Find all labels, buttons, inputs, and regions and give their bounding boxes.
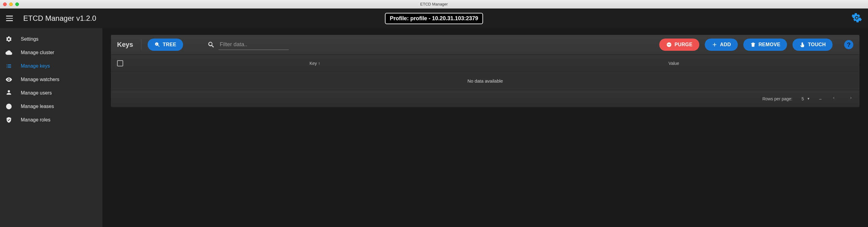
- keys-toolbar: Keys TREE PURGE ADD: [111, 35, 860, 54]
- column-key-label: Key: [310, 61, 317, 66]
- sidebar-item-manage-leases[interactable]: Manage leases: [0, 100, 102, 113]
- sidebar: Settings Manage cluster Manage keys Mana…: [0, 28, 102, 227]
- minus-circle-icon: [666, 41, 672, 48]
- touch-button[interactable]: TOUCH: [793, 38, 833, 51]
- sidebar-item-manage-keys[interactable]: Manage keys: [0, 59, 102, 73]
- traffic-lights: [3, 2, 19, 6]
- table-empty-state: No data available: [111, 72, 860, 90]
- plus-icon: [712, 41, 718, 48]
- header-settings-gear-icon[interactable]: [851, 12, 862, 24]
- app-title: ETCD Manager v1.2.0: [23, 14, 96, 23]
- sidebar-item-label: Manage roles: [21, 117, 51, 123]
- sidebar-item-manage-watchers[interactable]: Manage watchers: [0, 73, 102, 86]
- sidebar-item-label: Manage watchers: [21, 77, 59, 82]
- main-content: Keys TREE PURGE ADD: [102, 28, 868, 227]
- user-icon: [5, 90, 12, 96]
- app-header: ETCD Manager v1.2.0 Profile: profile - 1…: [0, 8, 868, 28]
- sidebar-item-label: Manage leases: [21, 104, 54, 109]
- chevron-right-icon: [849, 95, 853, 101]
- svg-rect-3: [668, 45, 670, 45]
- empty-text: No data available: [468, 78, 503, 84]
- settings-gear-icon: [5, 36, 12, 42]
- column-header-value[interactable]: Value: [495, 61, 854, 66]
- column-header-key[interactable]: Key ↑: [135, 61, 495, 66]
- sidebar-item-label: Manage keys: [21, 63, 50, 69]
- prev-page-button[interactable]: [831, 94, 837, 104]
- sidebar-item-manage-roles[interactable]: Manage roles: [0, 113, 102, 127]
- sidebar-item-label: Manage cluster: [21, 50, 54, 55]
- window-close-button[interactable]: [3, 2, 7, 6]
- trash-icon: [750, 41, 756, 48]
- section-title: Keys: [117, 41, 133, 49]
- table-header-row: Key ↑ Value: [111, 54, 860, 72]
- purge-button[interactable]: PURGE: [659, 38, 699, 51]
- sidebar-item-label: Manage users: [21, 90, 52, 96]
- window-minimize-button[interactable]: [9, 2, 13, 6]
- cloud-icon: [5, 49, 12, 56]
- remove-button-label: REMOVE: [758, 42, 781, 48]
- window-title: ETCD Manager: [0, 2, 868, 6]
- rows-per-page-label: Rows per page:: [762, 96, 792, 101]
- caret-down-icon: ▼: [807, 97, 810, 100]
- rows-per-page-value: 5: [802, 96, 804, 101]
- select-all-checkbox[interactable]: [117, 60, 123, 66]
- next-page-button[interactable]: [848, 94, 854, 104]
- table-footer: Rows per page: 5 ▼ –: [111, 90, 860, 107]
- sidebar-item-settings[interactable]: Settings: [0, 32, 102, 46]
- help-icon: ?: [847, 41, 850, 48]
- column-value-label: Value: [669, 61, 679, 66]
- window-titlebar: ETCD Manager: [0, 0, 868, 8]
- rows-per-page-select[interactable]: 5 ▼: [802, 96, 810, 101]
- pagination-nav: [831, 94, 854, 104]
- list-icon: [5, 63, 12, 69]
- sidebar-item-manage-cluster[interactable]: Manage cluster: [0, 46, 102, 59]
- window-maximize-button[interactable]: [15, 2, 19, 6]
- sidebar-item-manage-users[interactable]: Manage users: [0, 86, 102, 100]
- chevron-left-icon: [832, 95, 836, 101]
- purge-button-label: PURGE: [675, 42, 692, 48]
- menu-hamburger-icon[interactable]: [6, 14, 15, 23]
- filter-input[interactable]: [219, 39, 289, 50]
- tree-button[interactable]: TREE: [148, 38, 183, 51]
- tree-button-label: TREE: [163, 42, 176, 48]
- touch-button-label: TOUCH: [808, 42, 826, 48]
- remove-button[interactable]: REMOVE: [743, 38, 787, 51]
- eye-icon: [5, 76, 12, 83]
- shield-check-icon: [5, 117, 12, 123]
- toolbar-action-buttons: PURGE ADD REMOVE TOUCH: [659, 38, 833, 51]
- add-button-label: ADD: [720, 42, 731, 48]
- search-icon: [208, 41, 215, 48]
- add-button[interactable]: ADD: [705, 38, 738, 51]
- divider: [141, 39, 142, 50]
- sort-ascending-icon: ↑: [318, 61, 320, 66]
- svg-point-0: [856, 17, 858, 19]
- zoom-in-icon: [154, 41, 160, 48]
- search-field-wrapper: [208, 39, 289, 50]
- clock-icon: [5, 103, 12, 110]
- touch-icon: [799, 41, 805, 48]
- help-button[interactable]: ?: [844, 40, 853, 49]
- sidebar-item-label: Settings: [21, 36, 38, 42]
- profile-indicator[interactable]: Profile: profile - 10.20.31.103:2379: [385, 13, 483, 24]
- pagination-range: –: [819, 96, 822, 101]
